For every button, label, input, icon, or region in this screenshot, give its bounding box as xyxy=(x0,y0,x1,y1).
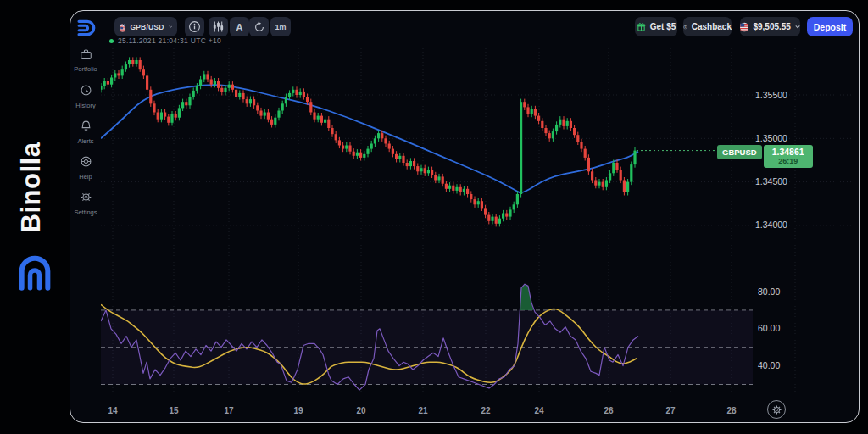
briefcase-icon xyxy=(80,48,92,60)
price-chart[interactable]: 1.355001.350001.345001.3400080.0060.0040… xyxy=(101,43,855,420)
balance-amount: $9,505.55 xyxy=(753,22,791,31)
clock-icon xyxy=(80,84,92,97)
brand-name: Binolla xyxy=(14,103,49,272)
svg-text:1.35500: 1.35500 xyxy=(755,90,787,100)
info-icon xyxy=(188,20,201,33)
svg-text:17: 17 xyxy=(224,406,234,415)
svg-text:15: 15 xyxy=(169,406,179,415)
info-button[interactable] xyxy=(185,17,204,36)
cashback-label: Cashback xyxy=(692,22,732,31)
screen: Binolla GPB/USD xyxy=(0,0,868,434)
chevron-down-icon xyxy=(169,25,173,29)
drawing-tool-icon: A xyxy=(236,22,243,32)
svg-text:24: 24 xyxy=(534,406,544,415)
price-tag-price: 1.34861 xyxy=(767,147,810,157)
price-tag-countdown: 26:19 xyxy=(767,157,810,166)
svg-text:21: 21 xyxy=(418,406,428,415)
svg-text:20: 20 xyxy=(356,406,366,415)
svg-text:27: 27 xyxy=(665,406,676,415)
timeframe-label: 1m xyxy=(275,23,286,31)
sidebar-item-label: History xyxy=(70,102,101,109)
usd-flag-icon xyxy=(120,25,125,34)
svg-text:1.35000: 1.35000 xyxy=(755,133,787,143)
gear-icon xyxy=(80,191,92,203)
sidebar-item-label: Help xyxy=(70,173,101,181)
live-status-dot xyxy=(109,39,114,43)
lifebuoy-icon xyxy=(80,155,92,168)
cashback-button[interactable]: $ Cashback xyxy=(683,17,732,36)
app-window: GPB/USD A xyxy=(70,10,860,423)
indicators-icon xyxy=(212,20,225,33)
app-logo-icon[interactable] xyxy=(77,19,97,37)
get-bonus-button[interactable]: Get $5 xyxy=(635,17,677,36)
brand-strip: Binolla xyxy=(0,0,70,434)
svg-text:80.00: 80.00 xyxy=(758,287,780,297)
candles-layer xyxy=(101,57,637,226)
price-tag-symbol: GBPUSD xyxy=(717,145,762,159)
drawing-tools-button[interactable]: A xyxy=(230,17,249,36)
usd-flag-icon xyxy=(740,22,748,32)
sidebar-item-label: Settings xyxy=(70,209,101,216)
oscillator-band xyxy=(101,310,753,385)
bell-icon xyxy=(80,120,92,132)
sidebar-item-history[interactable]: History xyxy=(70,84,101,109)
deposit-button[interactable]: Deposit xyxy=(807,17,853,36)
svg-text:60.00: 60.00 xyxy=(758,323,780,333)
svg-text:$: $ xyxy=(685,25,687,29)
account-balance-selector[interactable]: $9,505.55 xyxy=(740,17,800,36)
cashback-icon: $ xyxy=(683,22,687,32)
sidebar-item-portfolio[interactable]: Portfolio xyxy=(70,48,101,73)
indicators-button[interactable] xyxy=(209,17,228,36)
timeframe-button[interactable]: 1m xyxy=(270,17,291,36)
svg-text:1.34500: 1.34500 xyxy=(755,176,787,186)
svg-text:19: 19 xyxy=(293,406,303,415)
asset-pair-label: GPB/USD xyxy=(130,23,164,31)
gear-icon xyxy=(771,404,782,415)
deposit-label: Deposit xyxy=(814,22,847,32)
svg-text:40.00: 40.00 xyxy=(758,360,780,370)
svg-text:22: 22 xyxy=(481,406,491,415)
svg-text:14: 14 xyxy=(108,406,118,415)
price-tag-value: 1.34861 26:19 xyxy=(764,145,813,168)
sidebar-item-label: Portfolio xyxy=(70,65,101,73)
svg-text:28: 28 xyxy=(726,406,737,415)
svg-text:1.34000: 1.34000 xyxy=(755,220,787,230)
refresh-icon xyxy=(253,21,265,33)
oscillator-settings-button[interactable] xyxy=(767,400,786,419)
sidebar-item-alerts[interactable]: Alerts xyxy=(70,120,101,145)
gift-icon xyxy=(637,22,646,31)
current-price-tag: GBPUSD 1.34861 26:19 xyxy=(717,145,813,168)
get-bonus-label: Get $5 xyxy=(650,22,676,31)
sidebar-item-help[interactable]: Help xyxy=(70,155,101,181)
sidebar-item-settings[interactable]: Settings xyxy=(70,191,101,216)
chevron-down-icon xyxy=(795,25,800,29)
asset-selector[interactable]: GPB/USD xyxy=(114,17,177,36)
refresh-button[interactable] xyxy=(249,17,269,36)
svg-text:26: 26 xyxy=(604,406,614,415)
sidebar: Portfolio History Alerts xyxy=(70,42,101,421)
binolla-logo-icon xyxy=(16,252,53,291)
sidebar-item-label: Alerts xyxy=(70,137,101,145)
